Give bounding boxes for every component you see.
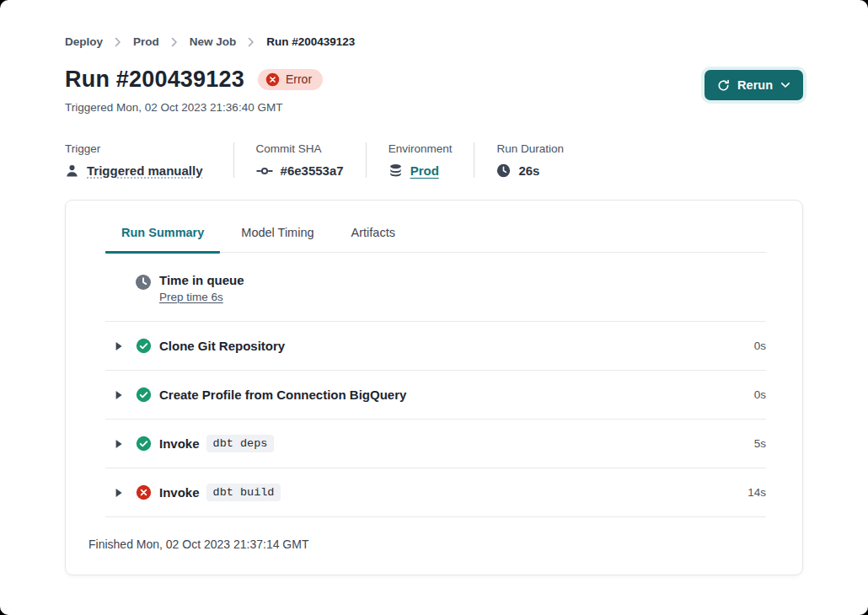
expand-caret-icon[interactable]: [115, 390, 123, 400]
run-metadata: Trigger Triggered manually Commit SHA #6…: [65, 142, 803, 178]
queue-title: Time in queue: [159, 271, 244, 289]
chevron-right-icon: [115, 37, 121, 47]
finished-timestamp: Finished Mon, 02 Oct 2023 21:37:14 GMT: [66, 517, 802, 575]
breadcrumb-deploy[interactable]: Deploy: [65, 35, 103, 48]
meta-commit-sha: Commit SHA #6e3553a7: [233, 142, 366, 178]
breadcrumb: Deploy Prod New Job Run #200439123: [65, 0, 803, 48]
expand-caret-icon[interactable]: [115, 341, 123, 351]
triggered-timestamp: Triggered Mon, 02 Oct 2023 21:36:40 GMT: [65, 101, 323, 114]
expand-caret-icon[interactable]: [115, 488, 123, 498]
meta-run-duration: Run Duration 26s: [474, 142, 586, 178]
time-in-queue-row: Time in queue Prep time 6s: [105, 253, 766, 322]
expand-caret-icon[interactable]: [115, 439, 123, 449]
clock-icon: [496, 163, 511, 178]
chevron-right-icon: [171, 37, 178, 47]
tab-model-timing[interactable]: Model Timing: [225, 226, 330, 254]
breadcrumb-new-job[interactable]: New Job: [190, 35, 237, 48]
tab-run-summary[interactable]: Run Summary: [105, 226, 220, 254]
duration-value: 26s: [518, 163, 539, 178]
chevron-right-icon: [248, 37, 255, 47]
step-row-clone-git-repository[interactable]: Clone Git Repository 0s: [105, 322, 766, 371]
page-header: Run #200439123 Error Triggered Mon, 02 O…: [65, 65, 803, 114]
success-check-icon: [136, 338, 152, 354]
step-label: Invoke: [159, 435, 200, 452]
step-duration: 5s: [754, 437, 766, 450]
meta-environment-label: Environment: [388, 142, 453, 155]
meta-trigger-label: Trigger: [65, 142, 203, 155]
step-duration: 0s: [754, 340, 766, 352]
commit-sha-value: #6e3553a7: [281, 163, 344, 178]
rerun-button-label: Rerun: [737, 78, 773, 92]
step-duration: 0s: [754, 388, 766, 401]
step-label: Clone Git Repository: [159, 337, 285, 355]
chevron-down-icon: [780, 82, 790, 88]
queue-clock-icon: [135, 274, 152, 291]
tab-bar: Run Summary Model Timing Artifacts: [105, 201, 766, 253]
breadcrumb-current-run: Run #200439123: [266, 35, 355, 48]
command-code-chip: dbt deps: [206, 435, 275, 452]
environment-link[interactable]: Prod: [410, 163, 439, 178]
command-code-chip: dbt build: [206, 484, 281, 501]
success-check-icon: [136, 436, 152, 452]
run-summary-card: Run Summary Model Timing Artifacts Time …: [65, 200, 803, 575]
step-row-create-profile[interactable]: Create Profile from Connection BigQuery …: [105, 371, 766, 420]
trigger-value[interactable]: Triggered manually: [87, 163, 203, 178]
step-label: Invoke: [159, 484, 200, 501]
step-row-invoke-dbt-build[interactable]: Invoke dbt build 14s: [105, 468, 766, 517]
meta-commit-label: Commit SHA: [256, 142, 344, 155]
page-title: Run #200439123: [65, 65, 244, 94]
git-commit-icon: [256, 166, 273, 176]
person-icon: [65, 163, 79, 178]
step-label: Create Profile from Connection BigQuery: [159, 386, 406, 404]
refresh-icon: [717, 79, 730, 92]
tab-artifacts[interactable]: Artifacts: [335, 226, 411, 254]
meta-environment: Environment Prod: [366, 142, 474, 178]
error-circle-icon: [136, 484, 152, 500]
database-icon: [388, 163, 403, 178]
app-page: Deploy Prod New Job Run #200439123 Run #…: [0, 0, 868, 615]
step-duration: 14s: [747, 486, 766, 499]
prep-time-link[interactable]: Prep time 6s: [159, 291, 223, 303]
meta-trigger: Trigger Triggered manually: [65, 142, 233, 178]
step-row-invoke-dbt-deps[interactable]: Invoke dbt deps 5s: [105, 420, 766, 468]
meta-duration-label: Run Duration: [496, 142, 564, 155]
success-check-icon: [136, 387, 152, 403]
breadcrumb-prod[interactable]: Prod: [133, 35, 159, 48]
rerun-button[interactable]: Rerun: [705, 70, 803, 100]
status-badge: Error: [258, 69, 323, 90]
status-badge-label: Error: [286, 72, 312, 86]
error-circle-icon: [265, 72, 280, 87]
